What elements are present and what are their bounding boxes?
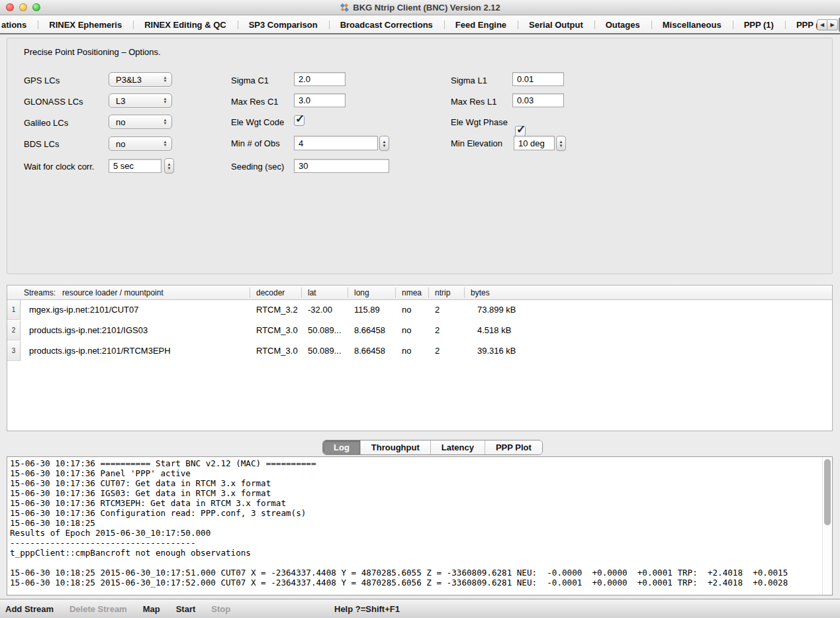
zoom-button[interactable] bbox=[32, 3, 40, 11]
galileo-lcs-value: no bbox=[109, 117, 161, 127]
close-button[interactable] bbox=[6, 3, 14, 11]
cell-decoder: RTCM_3.0 bbox=[256, 346, 298, 356]
cell-nmea: no bbox=[402, 305, 411, 315]
streams-table-header: Streams: resource loader / mountpoint de… bbox=[7, 285, 832, 300]
gps-lcs-label: GPS LCs bbox=[24, 76, 60, 85]
window-title: BKG Ntrip Client (BNC) Version 2.12 bbox=[340, 3, 500, 13]
tab-scroll-left-icon[interactable]: ◀ bbox=[817, 19, 827, 30]
panel-heading: Precise Point Positioning – Options. bbox=[24, 47, 161, 57]
tab-rinex-ephemeris[interactable]: RINEX Ephemeris bbox=[38, 17, 133, 32]
sigma-l1-label: Sigma L1 bbox=[451, 76, 487, 85]
tab-feed-engine[interactable]: Feed Engine bbox=[444, 17, 518, 32]
max-res-l1-label: Max Res L1 bbox=[451, 97, 496, 107]
log-text: 15-06-30 10:17:36 ========== Start BNC v… bbox=[10, 458, 820, 588]
streams-table-body: 1mgex.igs-ip.net:2101/CUT07RTCM_3.2-32.0… bbox=[7, 300, 832, 362]
wait-clock-corr-label: Wait for clock corr. bbox=[24, 162, 94, 172]
sigma-c1-label: Sigma C1 bbox=[231, 76, 269, 85]
wait-clock-corr-field[interactable] bbox=[109, 159, 162, 173]
cell-mountpoint: products.igs-ip.net:2101/RTCM3EPH bbox=[29, 346, 171, 356]
log-area[interactable]: 15-06-30 10:17:36 ========== Start BNC v… bbox=[7, 456, 833, 595]
glonass-lcs-dropdown[interactable]: L3 ▲▼ bbox=[109, 93, 172, 108]
cell-mountpoint: mgex.igs-ip.net:2101/CUT07 bbox=[29, 305, 138, 315]
col-header-lat[interactable]: lat bbox=[308, 288, 316, 297]
cell-bytes: 4.518 kB bbox=[477, 325, 511, 335]
cell-lat: 50.089... bbox=[308, 325, 342, 335]
cell-ntrip: 2 bbox=[435, 325, 440, 335]
ppp-options-panel: Precise Point Positioning – Options. GPS… bbox=[7, 38, 833, 274]
checkmark-icon: ✓ bbox=[516, 123, 526, 136]
ele-wgt-phase-label: Ele Wgt Phase bbox=[451, 117, 508, 127]
sigma-l1-field[interactable] bbox=[512, 72, 564, 86]
ele-wgt-code-label: Ele Wgt Code bbox=[231, 117, 284, 127]
tab-ppp-1[interactable]: PPP (1) bbox=[733, 17, 785, 32]
glonass-lcs-value: L3 bbox=[109, 96, 161, 106]
col-header-decoder[interactable]: decoder bbox=[256, 288, 285, 297]
cell-bytes: 73.899 kB bbox=[477, 305, 516, 315]
log-tab-ppp-plot[interactable]: PPP Plot bbox=[485, 440, 542, 454]
streams-header-label: Streams: resource loader / mountpoint bbox=[24, 288, 163, 297]
table-row[interactable]: 2products.igs-ip.net:2101/IGS03RTCM_3.05… bbox=[7, 321, 832, 341]
row-number[interactable]: 3 bbox=[7, 341, 21, 361]
tab-strip: ationsRINEX EphemerisRINEX Editing & QCS… bbox=[0, 17, 840, 32]
min-obs-stepper[interactable]: ▲▼ bbox=[379, 136, 389, 151]
traffic-lights bbox=[6, 3, 40, 11]
window-title-text: BKG Ntrip Client (BNC) Version 2.12 bbox=[353, 3, 500, 13]
max-res-c1-label: Max Res C1 bbox=[231, 97, 279, 107]
add-stream-button[interactable]: Add Stream bbox=[5, 604, 54, 614]
col-header-ntrip[interactable]: ntrip bbox=[435, 288, 450, 297]
tab-rinex-editing-qc[interactable]: RINEX Editing & QC bbox=[133, 17, 238, 32]
map-button[interactable]: Map bbox=[143, 604, 160, 614]
cell-bytes: 39.316 kB bbox=[477, 346, 516, 356]
row-number[interactable]: 2 bbox=[7, 321, 21, 340]
table-row[interactable]: 3products.igs-ip.net:2101/RTCM3EPHRTCM_3… bbox=[7, 341, 832, 362]
max-res-c1-field[interactable] bbox=[294, 93, 346, 107]
wait-clock-corr-stepper[interactable]: ▲▼ bbox=[164, 158, 174, 174]
ele-wgt-phase-checkbox[interactable]: ✓ bbox=[515, 126, 526, 136]
min-obs-label: Min # of Obs bbox=[231, 138, 280, 148]
col-header-long[interactable]: long bbox=[354, 288, 369, 297]
galileo-lcs-dropdown[interactable]: no ▲▼ bbox=[109, 115, 172, 129]
table-row[interactable]: 1mgex.igs-ip.net:2101/CUT07RTCM_3.2-32.0… bbox=[7, 300, 832, 321]
min-obs-field[interactable] bbox=[294, 136, 378, 150]
seeding-label: Seeding (sec) bbox=[231, 162, 284, 172]
dropdown-arrows-icon: ▲▼ bbox=[161, 76, 171, 83]
streams-table: Streams: resource loader / mountpoint de… bbox=[7, 285, 833, 431]
delete-stream-button: Delete Stream bbox=[70, 604, 127, 614]
tab-ations[interactable]: ations bbox=[0, 17, 38, 32]
bnc-app-icon bbox=[340, 3, 350, 13]
start-button[interactable]: Start bbox=[176, 604, 196, 614]
log-scrollbar[interactable] bbox=[822, 457, 832, 595]
tab-scroll-right-icon[interactable]: ▶ bbox=[827, 19, 838, 30]
help-label: Help ?=Shift+F1 bbox=[334, 604, 400, 614]
sigma-c1-field[interactable] bbox=[294, 72, 346, 86]
log-tab-bar: LogThroughputLatencyPPP Plot bbox=[322, 440, 543, 455]
log-tab-latency[interactable]: Latency bbox=[430, 440, 485, 454]
main-tab-bar: ationsRINEX EphemerisRINEX Editing & QCS… bbox=[0, 16, 840, 34]
seeding-field[interactable] bbox=[294, 159, 389, 173]
col-header-nmea[interactable]: nmea bbox=[402, 288, 422, 297]
row-number[interactable]: 1 bbox=[7, 300, 21, 320]
cell-decoder: RTCM_3.0 bbox=[256, 325, 298, 335]
tab-sp3-comparison[interactable]: SP3 Comparison bbox=[238, 17, 329, 32]
min-elevation-stepper[interactable]: ▲▼ bbox=[556, 136, 566, 151]
ele-wgt-code-checkbox[interactable]: ✓ bbox=[294, 115, 304, 126]
min-elevation-field[interactable] bbox=[514, 136, 555, 150]
log-tab-log[interactable]: Log bbox=[323, 440, 360, 454]
tab-outages[interactable]: Outages bbox=[594, 17, 651, 32]
bds-lcs-dropdown[interactable]: no ▲▼ bbox=[109, 136, 172, 151]
log-scrollbar-thumb[interactable] bbox=[824, 459, 831, 525]
cell-nmea: no bbox=[402, 346, 411, 356]
tab-miscellaneous[interactable]: Miscellaneous bbox=[651, 17, 733, 32]
cell-long: 8.66458 bbox=[354, 346, 385, 356]
tab-serial-output[interactable]: Serial Output bbox=[518, 17, 594, 32]
gps-lcs-dropdown[interactable]: P3&L3 ▲▼ bbox=[109, 72, 172, 87]
cell-long: 115.89 bbox=[354, 305, 380, 315]
log-tab-throughput[interactable]: Throughput bbox=[360, 440, 430, 454]
minimize-button[interactable] bbox=[19, 3, 27, 11]
tab-broadcast-corrections[interactable]: Broadcast Corrections bbox=[329, 17, 444, 32]
max-res-l1-field[interactable] bbox=[512, 93, 564, 107]
cell-mountpoint: products.igs-ip.net:2101/IGS03 bbox=[29, 325, 148, 335]
col-header-bytes[interactable]: bytes bbox=[471, 288, 490, 297]
gps-lcs-value: P3&L3 bbox=[109, 75, 161, 85]
bds-lcs-label: BDS LCs bbox=[24, 139, 59, 149]
